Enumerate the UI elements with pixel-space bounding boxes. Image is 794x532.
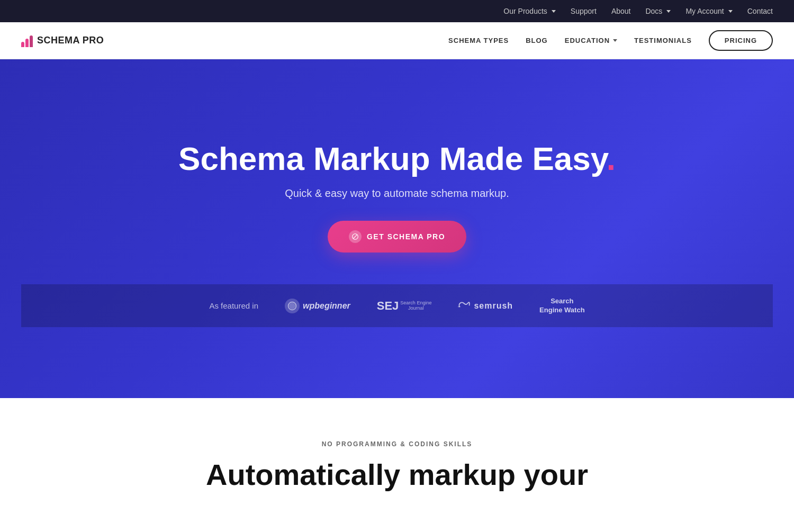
- chevron-down-icon: [728, 10, 733, 13]
- featured-bar: As featured in wpbeginner SEJ Search Eng…: [21, 284, 773, 328]
- wordpress-icon: [349, 230, 362, 243]
- nav-testimonials[interactable]: TESTIMONIALS: [634, 37, 692, 44]
- logo-bar-2: [25, 39, 29, 47]
- chevron-down-icon: [613, 39, 617, 42]
- cta-label: GET SCHEMA PRO: [367, 232, 445, 241]
- admin-nav-products[interactable]: Our Products: [503, 7, 555, 15]
- admin-nav-my-account[interactable]: My Account: [685, 7, 732, 15]
- chevron-down-icon: [666, 10, 671, 13]
- sej-logo: SEJ Search EngineJournal: [377, 299, 432, 313]
- logo-bar-3: [30, 35, 33, 47]
- wpbeginner-icon: [285, 299, 300, 313]
- admin-nav-contact[interactable]: Contact: [747, 7, 773, 15]
- site-logo[interactable]: SCHEMA PRO: [21, 34, 104, 47]
- nav-pricing-button[interactable]: PRICING: [709, 30, 773, 51]
- featured-logos: wpbeginner SEJ Search EngineJournal semr…: [285, 297, 585, 315]
- semrush-text: semrush: [474, 301, 513, 311]
- below-fold-section: NO PROGRAMMING & CODING SKILLS Automatic…: [0, 398, 794, 523]
- admin-nav-support[interactable]: Support: [571, 7, 597, 15]
- hero-title: Schema Markup Made Easy.: [178, 141, 616, 177]
- chevron-down-icon: [552, 10, 556, 13]
- below-fold-label: NO PROGRAMMING & CODING SKILLS: [21, 440, 773, 448]
- cta-button[interactable]: GET SCHEMA PRO: [328, 221, 466, 253]
- wpbeginner-logo: wpbeginner: [285, 299, 350, 313]
- admin-bar: Our Products Support About Docs My Accou…: [0, 0, 794, 22]
- main-nav: SCHEMA PRO SCHEMA TYPES BLOG EDUCATION T…: [0, 22, 794, 59]
- admin-nav-about[interactable]: About: [611, 7, 631, 15]
- nav-schema-types[interactable]: SCHEMA TYPES: [448, 37, 509, 44]
- nav-links: SCHEMA TYPES BLOG EDUCATION TESTIMONIALS…: [448, 30, 773, 51]
- logo-text: SCHEMA PRO: [37, 35, 104, 46]
- featured-label: As featured in: [209, 301, 258, 310]
- search-engine-watch-logo: SearchEngine Watch: [539, 297, 584, 315]
- wpbeginner-text: wpbeginner: [303, 301, 350, 311]
- hero-title-dot: .: [607, 140, 616, 177]
- semrush-logo: semrush: [458, 300, 513, 311]
- logo-icon: [21, 34, 33, 47]
- admin-nav-docs[interactable]: Docs: [645, 7, 671, 15]
- hero-subtitle: Quick & easy way to automate schema mark…: [285, 187, 509, 200]
- semrush-icon: [458, 300, 471, 311]
- hero-section: Schema Markup Made Easy. Quick & easy wa…: [0, 59, 794, 398]
- logo-bar-1: [21, 42, 24, 47]
- nav-blog[interactable]: BLOG: [526, 37, 548, 44]
- nav-education[interactable]: EDUCATION: [565, 37, 617, 44]
- below-fold-title: Automatically markup your: [21, 458, 773, 491]
